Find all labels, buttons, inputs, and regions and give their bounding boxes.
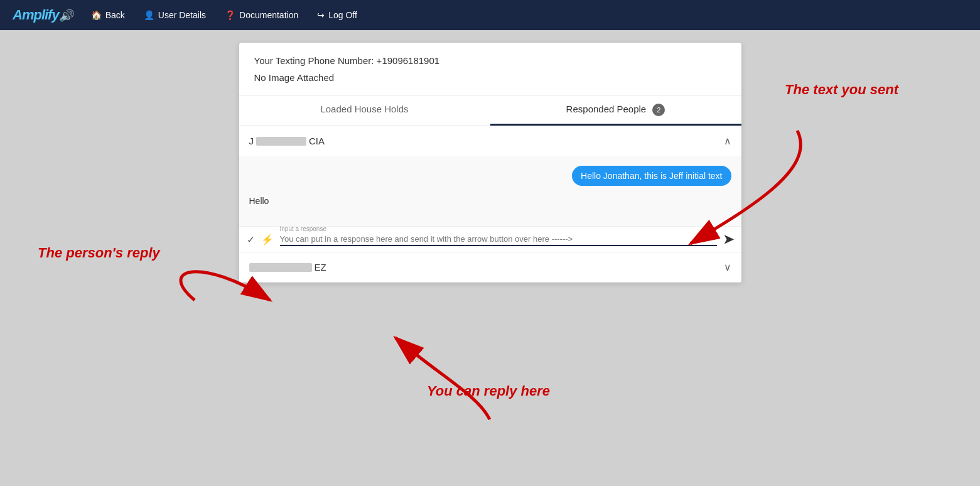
person-header-2[interactable]: EZ ∨ xyxy=(239,252,741,282)
brand-name: Amplify xyxy=(13,7,59,23)
check-icon[interactable]: ✓ xyxy=(247,234,255,246)
reply-input-label: Input a response xyxy=(280,225,327,232)
back-button[interactable]: 🏠 Back xyxy=(91,10,125,20)
person-name-suffix-1: CIA xyxy=(309,136,325,146)
annotation-reply-here: You can reply here xyxy=(427,383,550,399)
navbar: Amplify🔊 🏠 Back 👤 User Details ❓ Documen… xyxy=(0,0,980,30)
card-header: Your Texting Phone Number: +19096181901 … xyxy=(239,43,741,96)
documentation-label: Documentation xyxy=(239,10,298,20)
reply-input-1[interactable] xyxy=(280,233,717,246)
conversation-1: Hello Jonathan, this is Jeff initial tex… xyxy=(239,156,741,226)
message-received-1: Hello xyxy=(249,193,731,208)
annotation-person-reply: The person's reply xyxy=(38,245,160,261)
chevron-up-icon: ∧ xyxy=(724,135,731,147)
person-header-1[interactable]: J CIA ∧ xyxy=(239,126,741,156)
person-name-prefix-1: J xyxy=(249,136,254,146)
received-bubble-1: Hello xyxy=(249,193,269,208)
message-sent-1: Hello Jonathan, this is Jeff initial tex… xyxy=(249,166,731,186)
reply-area-1: ✓ ⚡ Input a response ➤ xyxy=(239,226,741,252)
brand-logo: Amplify🔊 xyxy=(13,7,72,23)
log-off-button[interactable]: ↪ Log Off xyxy=(317,10,357,20)
person-name-suffix-2: EZ xyxy=(315,262,326,273)
tab-responded-people[interactable]: Responded People 2 xyxy=(490,96,741,126)
sent-bubble-1: Hello Jonathan, this is Jeff initial tex… xyxy=(572,166,731,186)
person-name-redacted-2 xyxy=(249,263,312,272)
chevron-down-icon: ∨ xyxy=(724,261,731,273)
user-icon: 👤 xyxy=(144,10,154,20)
main-card: Your Texting Phone Number: +19096181901 … xyxy=(239,43,741,283)
phone-number: Your Texting Phone Number: +19096181901 xyxy=(254,55,726,66)
annotation-text-sent: The text you sent xyxy=(785,82,898,98)
person-name-1: J CIA xyxy=(249,136,325,146)
logout-icon: ↪ xyxy=(317,10,325,20)
tab-responded-label: Responded People xyxy=(566,104,647,114)
back-icon: 🏠 xyxy=(91,10,102,20)
help-icon: ❓ xyxy=(225,10,235,20)
reply-input-wrapper-1: Input a response xyxy=(280,233,717,246)
person-item-2: EZ ∨ xyxy=(239,252,741,283)
tab-loaded-house-holds[interactable]: Loaded House Holds xyxy=(239,96,490,126)
person-name-2: EZ xyxy=(249,262,326,273)
person-name-redacted-1 xyxy=(256,137,306,146)
bolt-icon[interactable]: ⚡ xyxy=(261,234,274,246)
back-label: Back xyxy=(105,10,125,20)
tab-loaded-label: Loaded House Holds xyxy=(320,104,408,114)
log-off-label: Log Off xyxy=(328,10,357,20)
no-image-label: No Image Attached xyxy=(254,72,726,83)
documentation-button[interactable]: ❓ Documentation xyxy=(225,10,298,20)
user-details-button[interactable]: 👤 User Details xyxy=(144,10,206,20)
user-details-label: User Details xyxy=(158,10,206,20)
responded-badge: 2 xyxy=(652,104,665,116)
tabs-container: Loaded House Holds Responded People 2 xyxy=(239,96,741,126)
send-button-1[interactable]: ➤ xyxy=(723,232,734,247)
person-item-1: J CIA ∧ Hello Jonathan, this is Jeff ini… xyxy=(239,126,741,252)
